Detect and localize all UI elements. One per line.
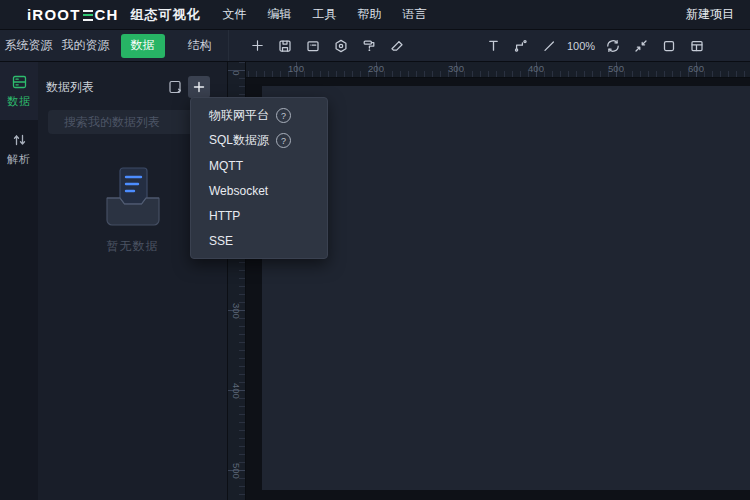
add-data-source-button[interactable]	[188, 76, 210, 98]
menu-edit[interactable]: 编辑	[267, 6, 293, 23]
add-icon	[250, 38, 265, 53]
add-data-source-menu: 物联网平台 ? SQL数据源 ? MQTT Websocket HTTP SSE	[190, 97, 328, 259]
save-button[interactable]	[271, 30, 299, 62]
sidebar-item-parse[interactable]: 解析	[0, 120, 38, 178]
v-ruler-label: 0	[221, 66, 251, 80]
menu-item-http[interactable]: HTTP	[191, 203, 327, 228]
menu-item-sse[interactable]: SSE	[191, 228, 327, 253]
plus-icon	[193, 81, 205, 93]
tab-my-resources[interactable]: 我的资源	[57, 30, 114, 62]
table-icon	[689, 38, 705, 54]
format-painter-icon	[361, 38, 377, 54]
logo-text-suffix: CH	[95, 6, 119, 23]
component-icon	[333, 38, 349, 54]
h-ruler-label: 500	[596, 63, 636, 74]
text-tool-button[interactable]	[479, 30, 507, 62]
fit-view-button[interactable]	[627, 30, 655, 62]
help-icon[interactable]: ?	[276, 133, 291, 148]
format-painter-button[interactable]	[355, 30, 383, 62]
import-data-button[interactable]	[167, 79, 183, 95]
table-button[interactable]	[683, 30, 711, 62]
v-ruler-label: 500	[221, 463, 251, 477]
new-project-button[interactable]: 新建项目	[686, 6, 734, 23]
tab-system-resources[interactable]: 系统资源	[0, 30, 57, 62]
logo-text-prefix: iROOT	[27, 6, 81, 23]
artboard-button[interactable]	[655, 30, 683, 62]
eraser-button[interactable]	[383, 30, 411, 62]
line-tool-button[interactable]	[535, 30, 563, 62]
menu-help[interactable]: 帮助	[357, 6, 383, 23]
horizontal-ruler: 100 200 300 400 500 600	[246, 62, 750, 78]
fit-view-icon	[633, 38, 649, 54]
tab-data[interactable]: 数据	[114, 30, 171, 62]
empty-state-label: 暂无数据	[107, 238, 159, 255]
h-ruler-label: 200	[356, 63, 396, 74]
menu-language[interactable]: 语言	[402, 6, 428, 23]
canvas-toolbar: 100%	[228, 30, 750, 61]
refresh-button[interactable]	[599, 30, 627, 62]
refresh-icon	[605, 38, 621, 54]
sidebar-item-data[interactable]: 数据	[0, 62, 38, 120]
h-ruler-label: 400	[516, 63, 556, 74]
v-ruler-label: 300	[221, 303, 251, 317]
no-data-icon	[101, 164, 165, 230]
zoom-level[interactable]: 100%	[563, 40, 599, 52]
top-menubar: iROOT CH 组态可视化 文件 编辑 工具 帮助 语言 新建项目	[0, 0, 750, 30]
form-icon	[305, 38, 321, 54]
h-ruler-label: 600	[676, 63, 716, 74]
brand-logo: iROOT CH	[27, 6, 119, 23]
app-window: iROOT CH 组态可视化 文件 编辑 工具 帮助 语言 新建项目 系统资源 …	[0, 0, 750, 500]
toolbar-spacer	[411, 45, 479, 46]
form-button[interactable]	[299, 30, 327, 62]
menu-item-sql-datasource[interactable]: SQL数据源 ?	[191, 128, 327, 153]
component-button[interactable]	[327, 30, 355, 62]
data-list-icon	[11, 74, 28, 90]
artboard-icon	[661, 38, 677, 54]
connector-icon	[513, 38, 529, 54]
h-ruler-label: 300	[436, 63, 476, 74]
content-area: 数据 解析 数据列表	[0, 62, 750, 500]
import-data-icon	[167, 79, 183, 95]
menu-item-mqtt[interactable]: MQTT	[191, 153, 327, 178]
text-icon	[486, 38, 501, 53]
parse-arrows-icon	[11, 132, 28, 148]
add-button[interactable]	[243, 30, 271, 62]
resource-tabs: 系统资源 我的资源 数据 结构	[0, 30, 228, 61]
app-title: 组态可视化	[131, 6, 201, 24]
connector-tool-button[interactable]	[507, 30, 535, 62]
eraser-icon	[389, 38, 405, 54]
save-icon	[277, 38, 293, 54]
canvas-page[interactable]	[262, 86, 750, 490]
left-icon-sidebar: 数据 解析	[0, 62, 38, 500]
tab-structure[interactable]: 结构	[171, 30, 228, 62]
menu-items: 文件 编辑 工具 帮助 语言	[222, 6, 447, 23]
v-ruler-label: 400	[221, 383, 251, 397]
menu-item-iot-platform[interactable]: 物联网平台 ?	[191, 103, 327, 128]
logo-e-glyph	[83, 10, 93, 21]
line-icon	[541, 38, 557, 54]
h-ruler-label: 100	[276, 63, 316, 74]
help-icon[interactable]: ?	[276, 108, 291, 123]
panel-title: 数据列表	[46, 76, 94, 98]
menu-tools[interactable]: 工具	[312, 6, 338, 23]
menu-file[interactable]: 文件	[222, 6, 248, 23]
secondary-bar: 系统资源 我的资源 数据 结构	[0, 30, 750, 62]
menu-item-websocket[interactable]: Websocket	[191, 178, 327, 203]
